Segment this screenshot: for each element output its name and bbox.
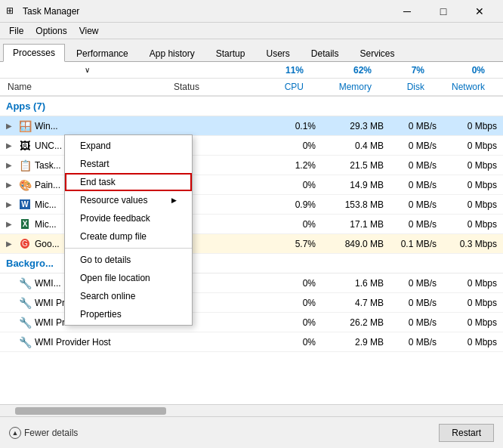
row-disk: 0 MB/s (390, 219, 443, 230)
ctx-item-9[interactable]: Properties (65, 305, 192, 323)
row-name-text: Win... (35, 121, 58, 131)
ctx-item-2[interactable]: End task (65, 173, 192, 191)
row-network: 0 Mbps (443, 141, 503, 151)
menu-file[interactable]: File (3, 24, 29, 38)
tab-users[interactable]: Users (256, 45, 299, 62)
ctx-item-5[interactable]: Create dump file (65, 227, 192, 246)
row-memory: 14.9 MB (322, 180, 390, 190)
row-network: 0 Mbps (443, 219, 503, 230)
col-header-disk[interactable]: Disk (378, 82, 430, 92)
row-disk: 0 MB/s (390, 141, 443, 151)
col-header-network[interactable]: Network (430, 82, 491, 92)
ctx-item-0[interactable]: Expand (65, 137, 192, 155)
fewer-details-button[interactable]: ▲ Fewer details (9, 427, 78, 439)
col-header-cpu[interactable]: CPU (249, 82, 310, 92)
row-expand-icon[interactable]: ▶ (6, 161, 18, 169)
row-network: 0 Mbps (443, 121, 503, 131)
ctx-item-arrow: ▶ (171, 196, 177, 204)
table-row[interactable]: 🔧WMI Provider Host0%2.9 MB0 MB/s0 Mbps (0, 332, 503, 352)
row-name-text: Mic... (35, 199, 57, 210)
title-bar: ⊞ Task Manager ─ □ ✕ (0, 0, 503, 23)
main-area: ∨ 11% 62% 7% 0% Name Status CPU Memory D… (0, 62, 503, 416)
bottom-bar: ▲ Fewer details Restart (0, 416, 503, 448)
group-header-0[interactable]: Apps (7) (0, 97, 503, 116)
tab-app-history[interactable]: App history (140, 45, 205, 62)
fewer-details-label: Fewer details (24, 428, 78, 438)
minimize-button[interactable]: ─ (390, 0, 424, 23)
tab-details[interactable]: Details (301, 45, 349, 62)
row-name-text: Pain... (35, 180, 60, 190)
row-network: 0 Mbps (443, 298, 503, 308)
ctx-item-4[interactable]: Provide feedback (65, 209, 192, 227)
ctx-item-7[interactable]: Open file location (65, 269, 192, 287)
col-header-memory[interactable]: Memory (310, 82, 378, 92)
title-bar-controls: ─ □ ✕ (390, 0, 497, 23)
row-app-icon: X (18, 218, 32, 231)
row-network: 0 Mbps (443, 199, 503, 210)
tab-performance[interactable]: Performance (66, 45, 138, 62)
table-row[interactable]: ▶🪟Win...0.1%29.3 MB0 MB/s0 Mbps (0, 116, 503, 136)
row-cpu: 0% (261, 219, 322, 230)
hscroll-thumb[interactable] (15, 407, 166, 415)
maximize-button[interactable]: □ (426, 0, 461, 23)
ctx-item-label: Search online (80, 291, 135, 301)
row-name-text: Mic... (35, 219, 57, 230)
row-network: 0 Mbps (443, 160, 503, 171)
row-cpu: 0% (261, 180, 322, 190)
row-expand-icon[interactable]: ▶ (6, 141, 18, 150)
row-disk: 0 MB/s (390, 121, 443, 131)
row-disk: 0.1 MB/s (390, 239, 443, 249)
ctx-item-3[interactable]: Resource values▶ (65, 191, 192, 209)
row-name-text: Task... (35, 160, 61, 171)
row-disk: 0 MB/s (390, 337, 443, 348)
memory-percent: 62% (310, 65, 378, 76)
row-memory: 21.5 MB (322, 160, 390, 171)
ctx-item-label: Open file location (80, 273, 150, 283)
collapse-arrow[interactable]: ∨ (85, 66, 90, 74)
title-bar-title: Task Manager (23, 6, 390, 17)
close-button[interactable]: ✕ (462, 0, 497, 23)
row-memory: 1.6 MB (322, 278, 390, 289)
horizontal-scrollbar[interactable] (0, 404, 503, 416)
ctx-item-6[interactable]: Go to details (65, 251, 192, 269)
menu-options[interactable]: Options (29, 24, 73, 38)
tab-bar: Processes Performance App history Startu… (0, 39, 503, 62)
ctx-separator (65, 248, 192, 249)
menu-bar: File Options View (0, 23, 503, 39)
title-bar-icon: ⊞ (6, 5, 18, 17)
row-cpu: 0.1% (261, 121, 322, 131)
row-disk: 0 MB/s (390, 278, 443, 289)
tab-startup[interactable]: Startup (206, 45, 255, 62)
row-app-icon: G (18, 237, 32, 251)
row-expand-icon[interactable]: ▶ (6, 239, 18, 248)
col-header-status[interactable]: Status (174, 82, 249, 92)
ctx-item-label: Expand (80, 141, 111, 151)
row-memory: 17.1 MB (322, 219, 390, 230)
row-app-icon: 🔧 (18, 316, 32, 329)
context-menu: ExpandRestartEnd taskResource values▶Pro… (64, 134, 193, 326)
row-name-text: WMI... (35, 278, 61, 289)
row-expand-icon[interactable]: ▶ (6, 200, 18, 209)
row-name-text: UNC... (35, 141, 62, 151)
row-cpu: 0% (261, 337, 322, 348)
ctx-item-label: Create dump file (80, 231, 147, 242)
tab-processes[interactable]: Processes (3, 44, 65, 62)
row-cpu: 0.9% (261, 199, 322, 210)
row-cpu: 5.7% (261, 239, 322, 249)
restart-button[interactable]: Restart (439, 424, 494, 442)
row-expand-icon[interactable]: ▶ (6, 220, 18, 228)
col-header-name[interactable]: Name (0, 82, 174, 92)
ctx-item-8[interactable]: Search online (65, 287, 192, 305)
cpu-percent: 11% (249, 65, 310, 76)
row-app-icon: 🪟 (18, 119, 32, 133)
row-cpu: 0% (261, 141, 322, 151)
row-expand-icon[interactable]: ▶ (6, 181, 18, 189)
network-percent: 0% (430, 65, 491, 76)
ctx-item-label: Restart (80, 159, 110, 169)
row-expand-icon[interactable]: ▶ (6, 122, 18, 130)
menu-view[interactable]: View (73, 24, 105, 38)
ctx-item-label: Resource values (80, 195, 147, 205)
ctx-item-1[interactable]: Restart (65, 155, 192, 173)
tab-services[interactable]: Services (350, 45, 405, 62)
row-app-icon: 🔧 (18, 296, 32, 310)
